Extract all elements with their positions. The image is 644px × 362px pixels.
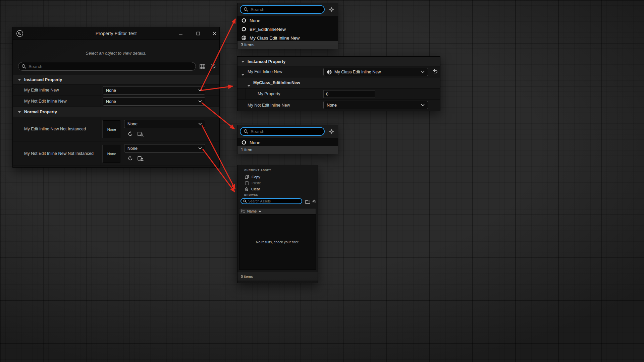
asset-picker-menu: CURRENT ASSET Copy Paste Clear BROWSE xyxy=(237,165,318,283)
settings-gear-icon[interactable] xyxy=(210,63,216,70)
close-button[interactable] xyxy=(209,27,219,40)
asset-list-column-header[interactable]: Name xyxy=(239,208,316,214)
chevron-down-icon xyxy=(421,104,425,106)
search-icon xyxy=(244,7,249,12)
option-label: My Class Edit Inline New xyxy=(250,36,300,41)
my-edit-inline-new-dropdown[interactable]: None xyxy=(103,86,205,95)
expander-triangle-icon xyxy=(18,79,21,81)
my-not-edit-inline-new-not-instanced-dropdown[interactable]: None xyxy=(124,144,205,153)
none-circle-icon xyxy=(241,140,247,145)
section-label: Instanced Property xyxy=(248,59,285,64)
section-header-normal[interactable]: Normal Property xyxy=(13,107,219,117)
property-row: My Property 0 xyxy=(237,88,440,100)
item-count: 3 items xyxy=(237,41,338,49)
settings-gear-icon[interactable] xyxy=(329,7,334,14)
my-not-edit-inline-new-value-dropdown[interactable]: None xyxy=(323,101,428,109)
paste-icon xyxy=(245,181,249,185)
my-property-value-field[interactable]: 0 xyxy=(323,90,375,98)
section-header-instanced[interactable]: Instanced Property xyxy=(13,75,219,85)
option-label: BP_EditInlineNew xyxy=(250,27,286,32)
heading-label: BROWSE xyxy=(244,193,258,196)
class-sphere-icon xyxy=(241,35,247,41)
maximize-icon xyxy=(196,32,200,36)
maximize-button[interactable] xyxy=(193,27,203,40)
child-object-row[interactable]: MyClass_EditInlineNew xyxy=(237,77,440,88)
property-row: My Not Edit Inline New Not Instanced Non… xyxy=(13,141,219,166)
trash-icon xyxy=(245,187,249,191)
my-edit-inline-new-not-instanced-dropdown[interactable]: None xyxy=(124,120,205,128)
chevron-down-icon xyxy=(198,123,202,125)
asset-thumbnail[interactable]: None xyxy=(103,145,120,163)
hierarchy-view-icon xyxy=(241,209,245,214)
current-asset-heading: CURRENT ASSET xyxy=(244,169,315,172)
clear-menu-item[interactable]: Clear xyxy=(245,187,260,191)
asset-results-list[interactable]: No results, check your filter. xyxy=(239,214,316,270)
column-divider xyxy=(101,141,101,166)
paste-menu-item[interactable]: Paste xyxy=(245,181,261,185)
heading-divider xyxy=(274,170,315,170)
chevron-down-icon xyxy=(198,147,202,149)
expander-triangle-icon[interactable] xyxy=(241,71,245,77)
class-option-none[interactable]: None xyxy=(237,16,338,25)
column-divider xyxy=(101,117,101,141)
details-search-bar[interactable] xyxy=(18,62,196,71)
display-filter-table-icon[interactable] xyxy=(200,64,205,70)
property-editor-window: Property Editor Test Select an object to… xyxy=(12,27,220,168)
browse-to-asset-icon[interactable] xyxy=(138,156,144,163)
copy-menu-item[interactable]: Copy xyxy=(245,175,260,179)
class-sphere-icon xyxy=(327,69,332,75)
class-picker-search-bar[interactable] xyxy=(240,127,325,136)
property-label: My Edit Inline New Not Instanced xyxy=(24,127,86,131)
search-input[interactable] xyxy=(251,7,321,12)
search-icon xyxy=(243,199,247,203)
text-caret xyxy=(248,200,248,203)
item-count: 1 item xyxy=(237,146,338,154)
my-edit-inline-new-value-dropdown[interactable]: My Class Edit Inline New xyxy=(323,68,428,76)
class-option-list: None BP_EditInlineNew My Class Edit Inli… xyxy=(237,16,338,42)
text-caret xyxy=(250,7,250,12)
none-circle-icon xyxy=(241,18,247,23)
chevron-down-icon xyxy=(421,71,425,73)
heading-divider xyxy=(261,195,315,195)
class-option-bp-editinlinenew[interactable]: BP_EditInlineNew xyxy=(237,25,338,34)
indent-guide xyxy=(246,88,246,99)
search-input[interactable] xyxy=(248,199,300,203)
dropdown-value: None xyxy=(127,146,196,151)
window-title: Property Editor Test xyxy=(13,27,219,40)
column-name-label: Name xyxy=(247,209,257,213)
property-label: My Property xyxy=(258,92,280,96)
browse-heading: BROWSE xyxy=(244,193,315,196)
settings-gear-icon[interactable] xyxy=(329,129,334,136)
property-row: My Not Edit Inline New None xyxy=(237,100,440,111)
column-divider xyxy=(321,88,321,99)
chevron-down-icon xyxy=(198,89,202,92)
property-label: My Not Edit Inline New xyxy=(248,103,290,108)
use-selected-icon[interactable] xyxy=(127,131,133,138)
copy-icon xyxy=(245,175,249,179)
property-row: My Edit Inline New My Class Edit Inline … xyxy=(237,66,440,77)
my-not-edit-inline-new-dropdown[interactable]: None xyxy=(103,97,205,106)
search-icon xyxy=(21,64,26,69)
search-input[interactable] xyxy=(29,64,193,69)
asset-search-bar[interactable] xyxy=(240,198,302,204)
search-input[interactable] xyxy=(251,129,321,134)
blueprint-class-icon xyxy=(241,26,247,32)
folder-icon[interactable] xyxy=(305,199,310,205)
property-label: My Edit Inline New xyxy=(248,69,282,74)
class-option-none[interactable]: None xyxy=(237,138,338,147)
minimize-button[interactable] xyxy=(176,27,186,40)
reset-to-default-button[interactable] xyxy=(432,69,438,76)
section-header-instanced[interactable]: Instanced Property xyxy=(237,57,440,66)
dropdown-value: None xyxy=(106,88,196,93)
child-object-label: MyClass_EditInlineNew xyxy=(253,80,300,85)
expander-triangle-icon[interactable] xyxy=(247,82,251,88)
section-label: Normal Property xyxy=(24,110,57,114)
column-divider xyxy=(321,100,321,111)
asset-thumbnail[interactable]: None xyxy=(103,120,120,138)
class-picker-search-bar[interactable] xyxy=(240,5,325,14)
use-selected-icon[interactable] xyxy=(127,156,133,163)
browse-to-asset-icon[interactable] xyxy=(138,131,144,138)
window-titlebar[interactable]: Property Editor Test xyxy=(13,27,219,40)
menu-item-label: Paste xyxy=(252,181,261,185)
settings-gear-icon[interactable] xyxy=(312,199,316,205)
